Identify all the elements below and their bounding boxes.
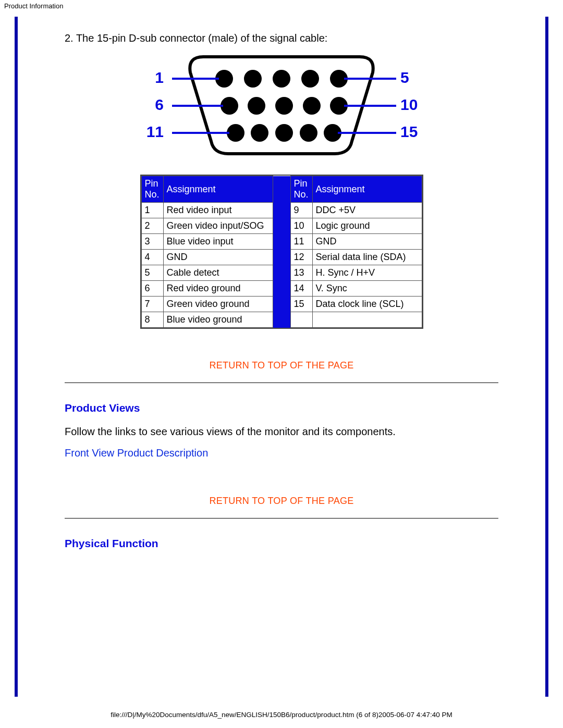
heading-product-views: Product Views	[65, 402, 498, 414]
svg-point-12	[275, 124, 293, 142]
return-top-link-1[interactable]: RETURN TO TOP OF THE PAGE	[65, 360, 498, 371]
svg-point-5	[221, 97, 238, 115]
th-pin-right: Pin No.	[290, 176, 312, 203]
return-top-link-2[interactable]: RETURN TO TOP OF THE PAGE	[65, 496, 498, 507]
svg-point-1	[244, 70, 262, 88]
pin-label-10: 10	[400, 96, 418, 113]
th-assign-right: Assignment	[312, 176, 422, 203]
svg-point-6	[248, 97, 265, 115]
pin-label-15: 15	[400, 123, 418, 140]
pin-label-5: 5	[400, 69, 409, 86]
pin-assignment-table: Pin No. Assignment Pin No. Assignment 1 …	[141, 176, 422, 328]
page-header-title: Product Information	[0, 0, 563, 12]
svg-point-8	[303, 97, 321, 115]
svg-point-11	[251, 124, 268, 142]
section-divider	[65, 518, 498, 519]
svg-point-2	[273, 70, 290, 88]
table-spacer	[273, 176, 290, 328]
pin-label-11: 11	[146, 123, 164, 140]
th-pin-left: Pin No.	[141, 176, 163, 203]
svg-point-13	[300, 124, 317, 142]
pin-label-6: 6	[155, 96, 164, 113]
th-assign-left: Assignment	[163, 176, 273, 203]
svg-point-10	[227, 124, 244, 142]
svg-point-3	[301, 70, 319, 88]
pin-label-1: 1	[155, 69, 164, 86]
section-divider	[65, 382, 498, 383]
dsub-connector-diagram: 1 6 11 5 10 15	[141, 50, 422, 159]
front-view-link[interactable]: Front View Product Description	[65, 447, 498, 459]
product-views-text: Follow the links to see various views of…	[65, 426, 498, 438]
intro-text: 2. The 15-pin D-sub connector (male) of …	[65, 32, 498, 44]
heading-physical-function: Physical Function	[65, 537, 498, 550]
svg-point-7	[275, 97, 293, 115]
footer-path: file:///D|/My%20Documents/dfu/A5_new/ENG…	[0, 711, 563, 719]
page-frame: 2. The 15-pin D-sub connector (male) of …	[15, 17, 548, 697]
